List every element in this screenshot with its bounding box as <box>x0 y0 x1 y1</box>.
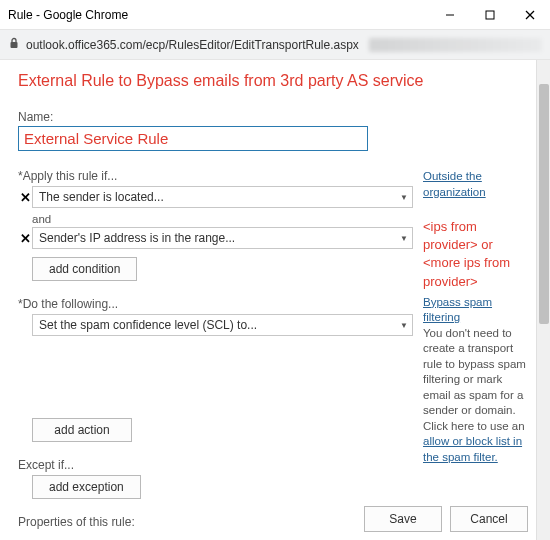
add-action-button[interactable]: add action <box>32 418 132 442</box>
remove-condition-icon[interactable]: ✕ <box>18 190 32 205</box>
add-exception-button[interactable]: add exception <box>32 475 141 499</box>
window-titlebar: Rule - Google Chrome <box>0 0 550 30</box>
properties-label: Properties of this rule: <box>18 515 413 529</box>
window-title: Rule - Google Chrome <box>8 8 430 22</box>
svg-rect-1 <box>486 11 494 19</box>
remove-condition-icon[interactable]: ✕ <box>18 231 32 246</box>
dropdown-text: Sender's IP address is in the range... <box>39 231 400 245</box>
dialog-footer: Save Cancel <box>364 506 528 532</box>
chevron-down-icon: ▼ <box>400 321 408 330</box>
page-title: External Rule to Bypass emails from 3rd … <box>18 72 528 90</box>
dropdown-text: The sender is located... <box>39 190 400 204</box>
url-blurred-tail <box>369 38 542 52</box>
condition-row: ✕ Sender's IP address is in the range...… <box>18 227 413 249</box>
condition-dropdown-sender-located[interactable]: The sender is located... ▼ <box>32 186 413 208</box>
apply-if-label: *Apply this rule if... <box>18 169 413 183</box>
chevron-down-icon: ▼ <box>400 234 408 243</box>
cancel-button[interactable]: Cancel <box>450 506 528 532</box>
name-label: Name: <box>18 110 528 124</box>
add-condition-button[interactable]: add condition <box>32 257 137 281</box>
outside-organization-link[interactable]: Outside the organization <box>423 169 528 200</box>
url-text: outlook.office365.com/ecp/RulesEditor/Ed… <box>26 38 359 52</box>
condition-dropdown-ip-range[interactable]: Sender's IP address is in the range... ▼ <box>32 227 413 249</box>
action-dropdown-scl[interactable]: Set the spam confidence level (SCL) to..… <box>32 314 413 336</box>
action-row: Set the spam confidence level (SCL) to..… <box>18 314 413 336</box>
page-content: External Rule to Bypass emails from 3rd … <box>0 60 536 540</box>
scroll-thumb[interactable] <box>539 84 549 324</box>
helper-text: You don't need to create a transport rul… <box>423 327 526 432</box>
allow-block-link[interactable]: allow or block list in the spam filter. <box>423 435 522 463</box>
maximize-button[interactable] <box>470 0 510 30</box>
and-label: and <box>18 212 413 227</box>
save-button[interactable]: Save <box>364 506 442 532</box>
close-button[interactable] <box>510 0 550 30</box>
lock-icon <box>8 37 20 52</box>
except-if-label: Except if... <box>18 458 413 472</box>
svg-rect-4 <box>11 42 18 48</box>
address-bar[interactable]: outlook.office365.com/ecp/RulesEditor/Ed… <box>0 30 550 60</box>
minimize-button[interactable] <box>430 0 470 30</box>
vertical-scrollbar[interactable] <box>536 60 550 540</box>
name-input[interactable] <box>18 126 368 151</box>
dropdown-text: Set the spam confidence level (SCL) to..… <box>39 318 400 332</box>
ip-annotation: <ips from provider> or <more ips from pr… <box>423 218 528 291</box>
do-following-label: *Do the following... <box>18 297 413 311</box>
bypass-spam-link[interactable]: Bypass spam filtering <box>423 295 528 326</box>
condition-row: ✕ The sender is located... ▼ <box>18 186 413 208</box>
chevron-down-icon: ▼ <box>400 193 408 202</box>
